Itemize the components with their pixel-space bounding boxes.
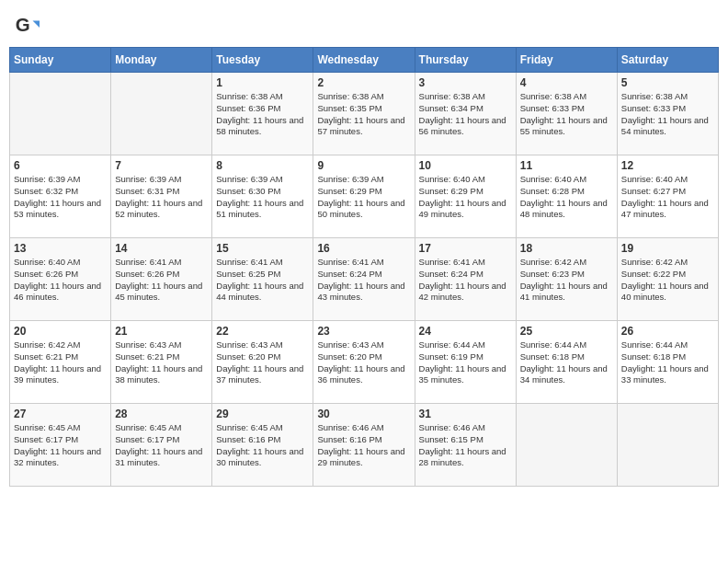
calendar-cell: 7Sunrise: 6:39 AMSunset: 6:31 PMDaylight… [111,155,212,238]
day-info: Sunrise: 6:39 AMSunset: 6:32 PMDaylight:… [14,174,107,221]
calendar-cell: 27Sunrise: 6:45 AMSunset: 6:17 PMDayligh… [10,404,111,487]
day-info: Sunrise: 6:46 AMSunset: 6:16 PMDaylight:… [317,422,410,469]
day-number: 7 [115,159,208,172]
calendar-cell: 11Sunrise: 6:40 AMSunset: 6:28 PMDayligh… [516,155,617,238]
day-info: Sunrise: 6:43 AMSunset: 6:20 PMDaylight:… [317,339,410,386]
calendar-cell: 19Sunrise: 6:42 AMSunset: 6:22 PMDayligh… [617,238,718,321]
weekday-header-friday: Friday [516,48,617,73]
calendar-cell [111,73,212,155]
calendar-cell: 16Sunrise: 6:41 AMSunset: 6:24 PMDayligh… [313,238,415,321]
day-info: Sunrise: 6:45 AMSunset: 6:17 PMDaylight:… [14,422,107,469]
day-number: 16 [317,242,410,255]
calendar-cell: 2Sunrise: 6:38 AMSunset: 6:35 PMDaylight… [313,73,415,155]
day-number: 14 [115,242,208,255]
weekday-header-tuesday: Tuesday [212,48,313,73]
calendar-cell: 14Sunrise: 6:41 AMSunset: 6:26 PMDayligh… [111,238,212,321]
calendar-cell: 8Sunrise: 6:39 AMSunset: 6:30 PMDaylight… [212,155,313,238]
day-info: Sunrise: 6:42 AMSunset: 6:21 PMDaylight:… [14,339,107,386]
day-info: Sunrise: 6:43 AMSunset: 6:21 PMDaylight:… [115,339,208,386]
calendar-cell: 20Sunrise: 6:42 AMSunset: 6:21 PMDayligh… [10,321,111,404]
day-number: 31 [419,408,512,420]
day-number: 13 [14,242,107,255]
calendar-cell: 28Sunrise: 6:45 AMSunset: 6:17 PMDayligh… [111,404,212,487]
logo: G [14,14,41,40]
day-number: 3 [419,76,512,89]
weekday-header-sunday: Sunday [10,48,111,73]
day-number: 23 [317,325,410,338]
calendar-cell: 5Sunrise: 6:38 AMSunset: 6:33 PMDaylight… [617,73,718,155]
day-info: Sunrise: 6:40 AMSunset: 6:26 PMDaylight:… [14,257,107,304]
day-number: 9 [317,159,410,172]
day-info: Sunrise: 6:41 AMSunset: 6:25 PMDaylight:… [216,257,309,304]
calendar-cell: 6Sunrise: 6:39 AMSunset: 6:32 PMDaylight… [10,155,111,238]
day-info: Sunrise: 6:38 AMSunset: 6:36 PMDaylight:… [216,91,309,138]
day-info: Sunrise: 6:45 AMSunset: 6:16 PMDaylight:… [216,422,309,469]
day-number: 24 [419,325,512,338]
day-number: 18 [520,242,613,255]
day-info: Sunrise: 6:46 AMSunset: 6:15 PMDaylight:… [419,422,512,469]
day-number: 2 [317,76,410,89]
day-number: 25 [520,325,613,338]
day-number: 30 [317,408,410,420]
day-number: 12 [621,159,714,172]
day-info: Sunrise: 6:44 AMSunset: 6:18 PMDaylight:… [520,339,613,386]
day-info: Sunrise: 6:41 AMSunset: 6:24 PMDaylight:… [419,257,512,304]
day-info: Sunrise: 6:43 AMSunset: 6:20 PMDaylight:… [216,339,309,386]
day-number: 28 [115,408,208,420]
calendar-cell: 22Sunrise: 6:43 AMSunset: 6:20 PMDayligh… [212,321,313,404]
calendar-table: SundayMondayTuesdayWednesdayThursdayFrid… [9,47,719,487]
day-info: Sunrise: 6:42 AMSunset: 6:22 PMDaylight:… [621,257,714,304]
day-number: 20 [14,325,107,338]
weekday-header-thursday: Thursday [415,48,516,73]
day-info: Sunrise: 6:41 AMSunset: 6:26 PMDaylight:… [115,257,208,304]
calendar-cell: 30Sunrise: 6:46 AMSunset: 6:16 PMDayligh… [313,404,415,487]
day-info: Sunrise: 6:38 AMSunset: 6:33 PMDaylight:… [621,91,714,138]
day-number: 1 [216,76,309,89]
calendar-cell: 25Sunrise: 6:44 AMSunset: 6:18 PMDayligh… [516,321,617,404]
day-info: Sunrise: 6:39 AMSunset: 6:30 PMDaylight:… [216,174,309,221]
weekday-header-monday: Monday [111,48,212,73]
calendar-cell: 12Sunrise: 6:40 AMSunset: 6:27 PMDayligh… [617,155,718,238]
day-info: Sunrise: 6:45 AMSunset: 6:17 PMDaylight:… [115,422,208,469]
page-header: G [9,9,719,40]
calendar-cell: 23Sunrise: 6:43 AMSunset: 6:20 PMDayligh… [313,321,415,404]
day-info: Sunrise: 6:44 AMSunset: 6:19 PMDaylight:… [419,339,512,386]
calendar-cell: 31Sunrise: 6:46 AMSunset: 6:15 PMDayligh… [415,404,516,487]
calendar-cell [617,404,718,487]
calendar-cell: 4Sunrise: 6:38 AMSunset: 6:33 PMDaylight… [516,73,617,155]
day-info: Sunrise: 6:44 AMSunset: 6:18 PMDaylight:… [621,339,714,386]
day-number: 22 [216,325,309,338]
calendar-cell: 15Sunrise: 6:41 AMSunset: 6:25 PMDayligh… [212,238,313,321]
weekday-header-saturday: Saturday [617,48,718,73]
day-info: Sunrise: 6:39 AMSunset: 6:29 PMDaylight:… [317,174,410,221]
day-info: Sunrise: 6:40 AMSunset: 6:29 PMDaylight:… [419,174,512,221]
day-number: 17 [419,242,512,255]
calendar-cell: 10Sunrise: 6:40 AMSunset: 6:29 PMDayligh… [415,155,516,238]
day-info: Sunrise: 6:38 AMSunset: 6:35 PMDaylight:… [317,91,410,138]
calendar-cell: 18Sunrise: 6:42 AMSunset: 6:23 PMDayligh… [516,238,617,321]
logo-icon: G [14,14,40,40]
calendar-cell: 13Sunrise: 6:40 AMSunset: 6:26 PMDayligh… [10,238,111,321]
day-info: Sunrise: 6:42 AMSunset: 6:23 PMDaylight:… [520,257,613,304]
svg-text:G: G [16,14,30,35]
calendar-cell: 24Sunrise: 6:44 AMSunset: 6:19 PMDayligh… [415,321,516,404]
day-number: 19 [621,242,714,255]
day-number: 26 [621,325,714,338]
svg-marker-1 [33,20,40,27]
day-number: 10 [419,159,512,172]
day-number: 5 [621,76,714,89]
day-number: 21 [115,325,208,338]
calendar-cell: 26Sunrise: 6:44 AMSunset: 6:18 PMDayligh… [617,321,718,404]
day-number: 29 [216,408,309,420]
day-number: 27 [14,408,107,420]
day-info: Sunrise: 6:40 AMSunset: 6:28 PMDaylight:… [520,174,613,221]
day-number: 6 [14,159,107,172]
calendar-cell: 9Sunrise: 6:39 AMSunset: 6:29 PMDaylight… [313,155,415,238]
calendar-cell: 29Sunrise: 6:45 AMSunset: 6:16 PMDayligh… [212,404,313,487]
calendar-cell: 1Sunrise: 6:38 AMSunset: 6:36 PMDaylight… [212,73,313,155]
weekday-header-wednesday: Wednesday [313,48,415,73]
day-number: 4 [520,76,613,89]
calendar-cell [516,404,617,487]
day-number: 11 [520,159,613,172]
calendar-cell: 3Sunrise: 6:38 AMSunset: 6:34 PMDaylight… [415,73,516,155]
